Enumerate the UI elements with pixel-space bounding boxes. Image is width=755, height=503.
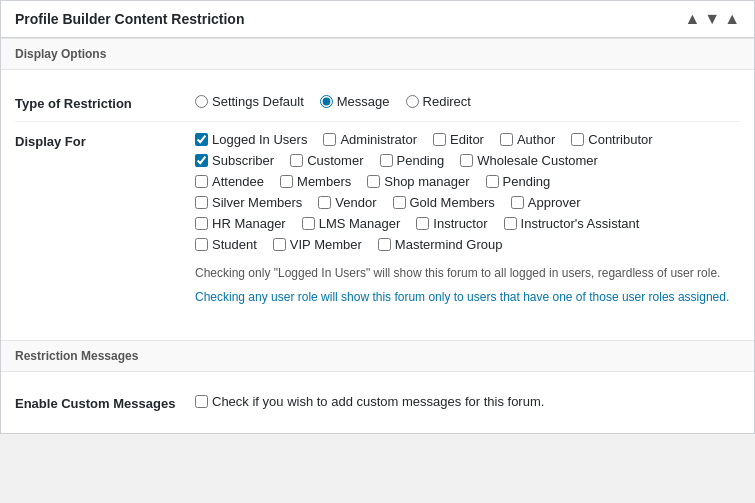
- checkbox-subscriber-input[interactable]: [195, 154, 208, 167]
- checkbox-mastermind-group[interactable]: Mastermind Group: [378, 237, 503, 252]
- info-text-1: Checking only "Logged In Users" will sho…: [195, 264, 740, 282]
- widget-header: Profile Builder Content Restriction ▲ ▼ …: [1, 1, 754, 38]
- checkbox-author[interactable]: Author: [500, 132, 555, 147]
- widget-container: Profile Builder Content Restriction ▲ ▼ …: [0, 0, 755, 434]
- checkbox-gold-members-label: Gold Members: [410, 195, 495, 210]
- checkbox-pending-input[interactable]: [380, 154, 393, 167]
- collapse-down-icon[interactable]: ▼: [704, 11, 720, 27]
- checkbox-attendee[interactable]: Attendee: [195, 174, 264, 189]
- checkbox-pending-label: Pending: [397, 153, 445, 168]
- checkbox-hr-manager-input[interactable]: [195, 217, 208, 230]
- type-of-restriction-label: Type of Restriction: [15, 94, 195, 111]
- checkbox-contributor[interactable]: Contributor: [571, 132, 652, 147]
- checkbox-lms-manager-input[interactable]: [302, 217, 315, 230]
- checkbox-pending2-input[interactable]: [486, 175, 499, 188]
- display-options-body: Type of Restriction Settings Default Mes…: [1, 70, 754, 340]
- checkbox-mastermind-group-input[interactable]: [378, 238, 391, 251]
- checkbox-student[interactable]: Student: [195, 237, 257, 252]
- checkbox-editor-label: Editor: [450, 132, 484, 147]
- checkbox-author-label: Author: [517, 132, 555, 147]
- checkbox-gold-members-input[interactable]: [393, 196, 406, 209]
- type-of-restriction-row: Type of Restriction Settings Default Mes…: [15, 84, 740, 122]
- radio-redirect[interactable]: Redirect: [406, 94, 471, 109]
- checkbox-student-input[interactable]: [195, 238, 208, 251]
- checkbox-administrator-input[interactable]: [323, 133, 336, 146]
- checkbox-shop-manager[interactable]: Shop manager: [367, 174, 469, 189]
- checkbox-author-input[interactable]: [500, 133, 513, 146]
- enable-custom-messages-row: Enable Custom Messages Check if you wish…: [15, 386, 740, 419]
- checkbox-vendor[interactable]: Vendor: [318, 195, 376, 210]
- checkbox-row-1: Logged In Users Administrator Editor: [195, 132, 740, 147]
- checkbox-lms-manager[interactable]: LMS Manager: [302, 216, 401, 231]
- checkbox-wholesale-customer-label: Wholesale Customer: [477, 153, 598, 168]
- widget-title: Profile Builder Content Restriction: [15, 11, 244, 27]
- checkbox-contributor-input[interactable]: [571, 133, 584, 146]
- enable-custom-messages-input[interactable]: [195, 395, 208, 408]
- checkbox-pending2[interactable]: Pending: [486, 174, 551, 189]
- checkbox-contributor-label: Contributor: [588, 132, 652, 147]
- checkbox-row-2: Subscriber Customer Pending Wholesa: [195, 153, 740, 168]
- checkbox-silver-members[interactable]: Silver Members: [195, 195, 302, 210]
- radio-message-input[interactable]: [320, 95, 333, 108]
- bottom-section: Enable Custom Messages Check if you wish…: [1, 372, 754, 433]
- enable-custom-messages-checkbox[interactable]: Check if you wish to add custom messages…: [195, 394, 740, 409]
- checkbox-attendee-input[interactable]: [195, 175, 208, 188]
- display-for-row: Display For Logged In Users Administrato…: [15, 122, 740, 322]
- checkbox-row-3: Attendee Members Shop manager Pendi: [195, 174, 740, 189]
- checkbox-editor[interactable]: Editor: [433, 132, 484, 147]
- checkbox-gold-members[interactable]: Gold Members: [393, 195, 495, 210]
- checkbox-customer[interactable]: Customer: [290, 153, 363, 168]
- checkbox-editor-input[interactable]: [433, 133, 446, 146]
- enable-custom-messages-label: Enable Custom Messages: [15, 394, 195, 411]
- display-for-field: Logged In Users Administrator Editor: [195, 132, 740, 312]
- checkbox-instructor[interactable]: Instructor: [416, 216, 487, 231]
- radio-redirect-input[interactable]: [406, 95, 419, 108]
- checkbox-approver[interactable]: Approver: [511, 195, 581, 210]
- checkbox-members-input[interactable]: [280, 175, 293, 188]
- radio-settings-default-label: Settings Default: [212, 94, 304, 109]
- checkbox-wholesale-customer[interactable]: Wholesale Customer: [460, 153, 598, 168]
- checkbox-vip-member[interactable]: VIP Member: [273, 237, 362, 252]
- checkbox-wholesale-customer-input[interactable]: [460, 154, 473, 167]
- checkbox-student-label: Student: [212, 237, 257, 252]
- checkbox-lms-manager-label: LMS Manager: [319, 216, 401, 231]
- checkbox-shop-manager-input[interactable]: [367, 175, 380, 188]
- display-options-header: Display Options: [1, 38, 754, 70]
- checkbox-instructors-assistant-label: Instructor's Assistant: [521, 216, 640, 231]
- checkbox-administrator-label: Administrator: [340, 132, 417, 147]
- checkbox-subscriber-label: Subscriber: [212, 153, 274, 168]
- restriction-messages-header: Restriction Messages: [1, 340, 754, 372]
- collapse-up-icon[interactable]: ▲: [684, 11, 700, 27]
- radio-redirect-label: Redirect: [423, 94, 471, 109]
- checkbox-instructor-input[interactable]: [416, 217, 429, 230]
- checkbox-customer-input[interactable]: [290, 154, 303, 167]
- checkbox-instructors-assistant[interactable]: Instructor's Assistant: [504, 216, 640, 231]
- checkbox-pending[interactable]: Pending: [380, 153, 445, 168]
- radio-message[interactable]: Message: [320, 94, 390, 109]
- restriction-type-radio-group: Settings Default Message Redirect: [195, 94, 740, 109]
- checkbox-vip-member-input[interactable]: [273, 238, 286, 251]
- collapse-toggle-icon[interactable]: ▲: [724, 11, 740, 27]
- checkbox-administrator[interactable]: Administrator: [323, 132, 417, 147]
- radio-message-label: Message: [337, 94, 390, 109]
- checkbox-logged-in-input[interactable]: [195, 133, 208, 146]
- checkbox-logged-in[interactable]: Logged In Users: [195, 132, 307, 147]
- checkbox-members[interactable]: Members: [280, 174, 351, 189]
- checkbox-logged-in-label: Logged In Users: [212, 132, 307, 147]
- enable-custom-messages-checkbox-label: Check if you wish to add custom messages…: [212, 394, 544, 409]
- checkbox-pending2-label: Pending: [503, 174, 551, 189]
- checkbox-shop-manager-label: Shop manager: [384, 174, 469, 189]
- checkbox-customer-label: Customer: [307, 153, 363, 168]
- checkbox-instructors-assistant-input[interactable]: [504, 217, 517, 230]
- checkbox-silver-members-input[interactable]: [195, 196, 208, 209]
- checkbox-grid: Logged In Users Administrator Editor: [195, 132, 740, 252]
- radio-settings-default-input[interactable]: [195, 95, 208, 108]
- checkbox-row-4: Silver Members Vendor Gold Members: [195, 195, 740, 210]
- checkbox-subscriber[interactable]: Subscriber: [195, 153, 274, 168]
- checkbox-instructor-label: Instructor: [433, 216, 487, 231]
- radio-settings-default[interactable]: Settings Default: [195, 94, 304, 109]
- checkbox-hr-manager[interactable]: HR Manager: [195, 216, 286, 231]
- info-text-block: Checking only "Logged In Users" will sho…: [195, 264, 740, 306]
- checkbox-vendor-input[interactable]: [318, 196, 331, 209]
- checkbox-approver-input[interactable]: [511, 196, 524, 209]
